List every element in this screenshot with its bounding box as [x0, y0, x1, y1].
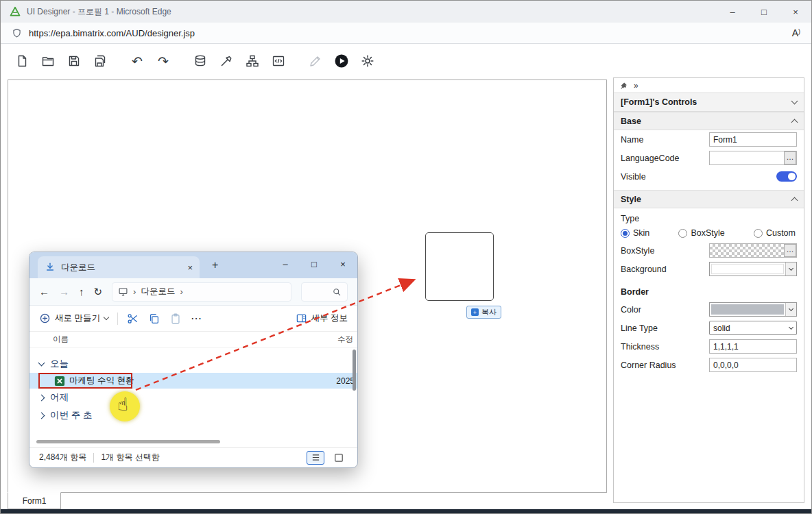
- corner-radius-input[interactable]: [709, 358, 797, 372]
- drag-copy-badge: + 복사: [466, 306, 501, 319]
- prop-row-background: Background: [614, 260, 804, 278]
- undo-button[interactable]: ↶: [128, 52, 146, 70]
- horizontal-scrollbar[interactable]: [36, 440, 220, 443]
- redo-button[interactable]: ↷: [154, 52, 172, 70]
- minimize-button[interactable]: –: [717, 1, 748, 23]
- tools-button[interactable]: [217, 52, 235, 70]
- panel-header[interactable]: [Form1]'s Controls: [614, 93, 804, 112]
- search-input[interactable]: [301, 282, 348, 302]
- cut-icon[interactable]: [127, 313, 139, 325]
- linetype-value: solid: [713, 323, 730, 333]
- vertical-scrollbar[interactable]: [353, 350, 356, 391]
- dropdown-button[interactable]: [785, 303, 796, 316]
- chevron-right-icon: [38, 412, 45, 419]
- save-button[interactable]: [65, 52, 83, 70]
- paste-icon: [169, 313, 182, 325]
- border-color-combo[interactable]: [709, 302, 797, 317]
- save-all-button[interactable]: [91, 52, 109, 70]
- column-modified[interactable]: 수정: [337, 334, 353, 345]
- radio-option-boxstyle[interactable]: BoxStyle: [678, 228, 724, 238]
- explorer-file-list: 오늘 마케팅 수익 현황 2025 어제 이번 주 초: [29, 348, 357, 447]
- open-button[interactable]: [39, 52, 57, 70]
- more-options-icon[interactable]: ⋯: [191, 312, 202, 325]
- explorer-minimize-button[interactable]: –: [271, 252, 300, 276]
- hierarchy-button[interactable]: [243, 52, 261, 70]
- this-pc-icon: [118, 286, 128, 297]
- dropdown-button[interactable]: [785, 262, 796, 276]
- collapse-panel-icon[interactable]: »: [634, 81, 638, 90]
- new-tab-button[interactable]: +: [212, 259, 218, 271]
- close-button[interactable]: ×: [780, 1, 811, 23]
- excel-file-icon: [54, 376, 65, 387]
- circle-plus-icon: [39, 313, 51, 324]
- design-canvas[interactable]: + 복사 다운로드 × + – □ × ← → ↑: [8, 79, 607, 493]
- window-title: UI Designer - 프로필 1 - Microsoft Edge: [27, 6, 171, 18]
- explorer-tab-downloads[interactable]: 다운로드 ×: [38, 256, 200, 278]
- tab-form1[interactable]: Form1: [8, 492, 61, 509]
- pin-icon[interactable]: [620, 82, 628, 90]
- radio-icon[interactable]: [621, 229, 630, 238]
- chevron-down-icon: [104, 315, 109, 320]
- redo-icon: ↷: [158, 55, 169, 68]
- read-aloud-label: A: [792, 27, 798, 38]
- boxstyle-browse-button[interactable]: …: [784, 244, 796, 257]
- prop-row-linetype: Line Type solid: [614, 319, 804, 337]
- column-name[interactable]: 이름: [53, 334, 69, 345]
- radio-icon[interactable]: [678, 229, 687, 238]
- group-yesterday[interactable]: 어제: [29, 389, 357, 406]
- explorer-command-bar: 새로 만들기 ⋯ 세부 정보: [29, 306, 357, 332]
- copy-icon[interactable]: [148, 313, 160, 325]
- undo-icon: ↶: [132, 55, 143, 68]
- up-icon[interactable]: ↑: [79, 286, 84, 297]
- group-today[interactable]: 오늘: [29, 355, 357, 373]
- prop-row-thickness: Thickness: [614, 337, 804, 356]
- new-file-button[interactable]: [13, 52, 31, 70]
- group-earlier-this-week[interactable]: 이번 주 초: [29, 406, 357, 424]
- radio-icon[interactable]: [754, 229, 763, 238]
- languagecode-browse-button[interactable]: …: [784, 151, 796, 164]
- radio-option-custom[interactable]: Custom: [754, 228, 796, 238]
- name-input[interactable]: [709, 132, 797, 147]
- radio-boxstyle-label: BoxStyle: [691, 228, 724, 238]
- panel-toolbar: »: [614, 78, 804, 93]
- border-group-title: Border: [614, 284, 804, 300]
- url-text[interactable]: https://epa.bimatrix.com/AUD/designer.js…: [29, 28, 195, 38]
- radio-custom-label: Custom: [766, 228, 796, 238]
- breadcrumb-folder[interactable]: 다운로드: [141, 286, 175, 297]
- visible-toggle[interactable]: [776, 171, 797, 182]
- radio-option-skin[interactable]: Skin: [621, 228, 649, 238]
- chevron-down-icon: [789, 266, 793, 271]
- section-style[interactable]: Style: [614, 190, 804, 208]
- site-info-icon[interactable]: [12, 28, 22, 38]
- tab-close-icon[interactable]: ×: [187, 262, 193, 273]
- dropped-control-placeholder[interactable]: [425, 232, 494, 301]
- dataset-button[interactable]: [191, 52, 209, 70]
- breadcrumb[interactable]: › 다운로드 ›: [112, 282, 291, 302]
- code-view-button[interactable]: [270, 52, 287, 70]
- border-color-swatch: [711, 304, 784, 315]
- section-base[interactable]: Base: [614, 112, 804, 130]
- languagecode-label: LanguageCode: [621, 154, 709, 163]
- back-icon[interactable]: ←: [39, 286, 49, 297]
- explorer-close-button[interactable]: ×: [329, 252, 357, 276]
- details-view-button[interactable]: [307, 451, 324, 465]
- run-button[interactable]: [333, 52, 350, 70]
- explorer-titlebar[interactable]: 다운로드 × + – □ ×: [29, 252, 357, 278]
- database-icon: [193, 54, 207, 68]
- read-aloud-button[interactable]: A ): [792, 27, 800, 38]
- linetype-select[interactable]: solid: [709, 321, 797, 335]
- new-item-button[interactable]: 새로 만들기: [39, 313, 108, 324]
- thickness-input[interactable]: [709, 339, 797, 354]
- run-play-icon: [334, 53, 349, 69]
- large-icons-view-button[interactable]: [330, 451, 348, 465]
- chevron-down-icon: [789, 306, 793, 311]
- file-row-selected[interactable]: 마케팅 수익 현황 2025: [29, 373, 357, 389]
- refresh-icon[interactable]: ↻: [94, 286, 103, 297]
- plus-icon: +: [471, 308, 479, 316]
- new-file-icon: [15, 54, 29, 68]
- explorer-maximize-button[interactable]: □: [300, 252, 329, 276]
- settings-button[interactable]: [359, 52, 377, 70]
- details-button[interactable]: 세부 정보: [296, 313, 348, 324]
- background-combo[interactable]: [709, 262, 797, 276]
- maximize-button[interactable]: □: [748, 1, 780, 23]
